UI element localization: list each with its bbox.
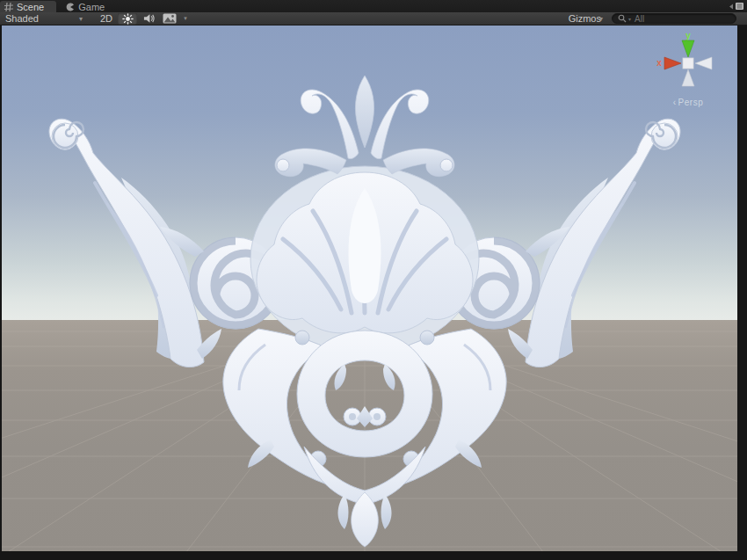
gizmo-search-field[interactable]: ▾ All: [612, 13, 736, 24]
speaker-icon: [143, 13, 155, 24]
axis-y-cone[interactable]: [682, 40, 694, 57]
tab-game-label: Game: [78, 2, 105, 12]
shading-mode-label: Shaded: [5, 13, 39, 24]
game-icon: [66, 3, 75, 11]
axis-x-label: x: [656, 58, 662, 68]
search-scope-text: All: [635, 14, 644, 24]
pane-menu-arrow-icon: [729, 4, 734, 10]
axis-y-label: y: [685, 31, 691, 40]
gizmos-label: Gizmos: [569, 13, 601, 24]
chevron-down-icon: ▾: [599, 15, 603, 23]
scene-viewport[interactable]: y x ‹Persp: [2, 25, 737, 551]
sun-icon: [122, 13, 134, 25]
magnifier-icon: [618, 14, 627, 23]
tab-bar: Scene Game: [0, 0, 747, 12]
gizmos-dropdown[interactable]: Gizmos ▾: [563, 12, 608, 25]
axis-neg-cone-right[interactable]: [695, 57, 712, 69]
tab-scene-label: Scene: [17, 2, 44, 12]
image-icon: [163, 13, 177, 24]
tab-game[interactable]: Game: [62, 1, 117, 12]
chevron-left-icon: ‹: [673, 98, 677, 107]
axis-neg-cone-bottom[interactable]: [682, 69, 694, 86]
toggle-2d-button[interactable]: 2D: [97, 13, 116, 25]
pane-menu-list-icon: [736, 3, 743, 10]
projection-label[interactable]: ‹Persp: [651, 98, 725, 107]
scene-render: [2, 25, 737, 551]
orientation-gizmo[interactable]: y x ‹Persp: [651, 31, 725, 107]
audio-toggle[interactable]: [139, 13, 158, 25]
tab-scene[interactable]: Scene: [0, 1, 56, 12]
shading-mode-dropdown[interactable]: Shaded ▾: [0, 12, 88, 25]
axis-x-cone[interactable]: [664, 57, 681, 69]
chevron-down-icon: ▾: [79, 15, 83, 23]
pane-menu-icon[interactable]: [729, 3, 743, 10]
effects-toggle[interactable]: [160, 13, 179, 25]
scene-lighting-toggle[interactable]: [118, 13, 137, 25]
axis-cube[interactable]: [683, 58, 693, 69]
effects-dropdown[interactable]: ▾: [181, 13, 190, 25]
search-filter-caret-icon: ▾: [628, 16, 631, 22]
toggle-2d-label: 2D: [100, 13, 112, 24]
unity-scene-window: Scene Game Shaded ▾ 2D: [0, 0, 747, 560]
scene-grid-icon: [4, 3, 13, 11]
axis-gizmo-graphic: y x: [651, 31, 725, 92]
chevron-down-icon: ▾: [184, 15, 187, 22]
scene-view-toolbar: Shaded ▾ 2D: [0, 12, 747, 25]
projection-text: Persp: [678, 98, 704, 107]
